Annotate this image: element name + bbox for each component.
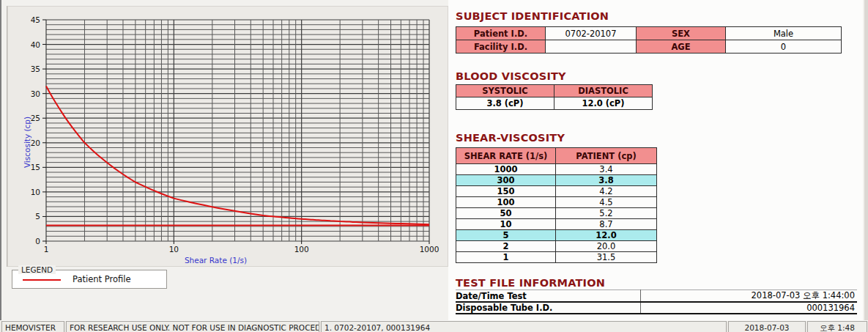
table-row: Facility I.D. AGE 0 — [456, 40, 842, 54]
table-row: 1004.5 — [456, 197, 657, 208]
app-window: 0510152025303540451101001000Viscosity (c… — [0, 0, 868, 332]
report-panel: SUBJECT IDENTIFICATION Patient I.D. 0702… — [448, 0, 863, 320]
legend-box: LEGEND Patient Profile — [12, 270, 167, 289]
svg-text:1000: 1000 — [420, 245, 439, 254]
table-row: 10003.4 — [456, 164, 657, 175]
patient-viscosity-cell: 12.0 — [556, 230, 657, 241]
table-row: 505.2 — [456, 208, 657, 219]
age-value: 0 — [726, 40, 842, 54]
window-right-edge — [864, 0, 868, 320]
status-app-name: HEMOVISTER — [1, 321, 64, 332]
shear-viscosity-table: SHEAR RATE (1/s) PATIENT (cp) 10003.4300… — [456, 147, 657, 263]
table-row: 3.8 (cP) 12.0 (cP) — [456, 97, 653, 110]
section-title-subject-identification: SUBJECT IDENTIFICATION — [456, 10, 609, 22]
patient-viscosity-cell: 8.7 — [556, 219, 657, 230]
date-time-test-label: Date/Time Test — [456, 290, 640, 303]
sex-value: Male — [726, 27, 842, 40]
patient-viscosity-cell: 3.4 — [556, 164, 657, 175]
section-title-blood-viscosity: BLOOD VISCOSITY — [456, 70, 566, 82]
systolic-header: SYSTOLIC — [456, 85, 554, 97]
x-axis-ticks: 1101001000 — [44, 241, 439, 254]
svg-text:15: 15 — [31, 163, 40, 171]
table-row: 220.0 — [456, 241, 657, 252]
table-row: 512.0 — [456, 230, 657, 241]
table-row: 3003.8 — [456, 175, 657, 186]
shear-rate-cell: 2 — [456, 241, 556, 252]
shear-rate-cell: 1 — [456, 252, 556, 263]
svg-text:1: 1 — [44, 245, 49, 254]
facility-id-value — [546, 40, 637, 54]
svg-text:30: 30 — [31, 89, 40, 98]
svg-text:10: 10 — [31, 188, 40, 196]
patient-viscosity-cell: 3.8 — [556, 175, 657, 186]
blood-viscosity-table: SYSTOLIC DIASTOLIC 3.8 (cP) 12.0 (cP) — [456, 84, 653, 110]
legend-title: LEGEND — [18, 265, 56, 274]
patient-id-value: 0702-20107 — [546, 27, 637, 40]
shear-rate-cell: 10 — [456, 219, 556, 230]
table-row: 108.7 — [456, 219, 657, 230]
svg-text:40: 40 — [31, 40, 40, 49]
section-title-shear-viscosity: SHEAR-VISCOSITY — [456, 132, 565, 144]
facility-id-label: Facility I.D. — [456, 40, 546, 54]
status-file-info: 1. 0702-20107, 000131964 — [321, 321, 727, 332]
svg-text:20: 20 — [31, 139, 40, 147]
svg-text:10: 10 — [169, 245, 179, 254]
shear-rate-header: SHEAR RATE (1/s) — [456, 148, 556, 164]
disposable-tube-id-label: Disposable Tube I.D. — [456, 302, 640, 314]
status-bar: HEMOVISTER FOR RESEARCH USE ONLY. NOT FO… — [0, 320, 868, 332]
legend-entry-label: Patient Profile — [73, 274, 130, 284]
status-date: 2018-07-03 — [728, 321, 806, 332]
section-title-test-file-information: TEST FILE INFORMATION — [456, 277, 605, 289]
svg-text:5: 5 — [35, 212, 40, 221]
subject-identification-table: Patient I.D. 0702-20107 SEX Male Facilit… — [456, 26, 842, 54]
disposable-tube-id-value: 000131964 — [640, 302, 857, 314]
status-disclaimer: FOR RESEARCH USE ONLY. NOT FOR USE IN DI… — [66, 321, 319, 332]
shear-rate-cell: 300 — [456, 175, 556, 186]
shear-viscosity-chart: 0510152025303540451101001000Viscosity (c… — [8, 7, 448, 266]
patient-viscosity-cell: 5.2 — [556, 208, 657, 219]
diastolic-header: DIASTOLIC — [554, 85, 653, 97]
date-time-test-value: 2018-07-03 오후 1:44:00 — [640, 290, 857, 303]
table-row: SYSTOLIC DIASTOLIC — [456, 85, 653, 97]
table-row: Disposable Tube I.D. 000131964 — [456, 302, 857, 314]
table-row: 1504.2 — [456, 186, 657, 197]
patient-viscosity-cell: 20.0 — [556, 241, 657, 252]
y-axis-label: Viscosity (cp) — [23, 117, 31, 168]
test-file-information-table: Date/Time Test 2018-07-03 오후 1:44:00 Dis… — [456, 289, 857, 314]
systolic-value: 3.8 (cP) — [456, 97, 554, 110]
patient-id-label: Patient I.D. — [456, 27, 546, 40]
shear-rate-cell: 1000 — [456, 164, 556, 175]
patient-viscosity-cell: 4.2 — [556, 186, 657, 197]
svg-text:0: 0 — [35, 237, 40, 246]
patient-profile-line-swatch — [23, 279, 61, 281]
shear-rate-cell: 50 — [456, 208, 556, 219]
svg-text:100: 100 — [294, 245, 309, 254]
y-axis-ticks: 051015202530354045 — [31, 15, 46, 246]
gridlines — [46, 20, 429, 241]
table-row: Patient I.D. 0702-20107 SEX Male — [456, 27, 842, 40]
window-left-edge — [0, 0, 1, 332]
patient-viscosity-cell: 4.5 — [556, 197, 657, 208]
patient-viscosity-cell: 31.5 — [556, 252, 657, 263]
shear-rate-cell: 5 — [456, 230, 556, 241]
x-axis-label: Shear Rate (1/s) — [185, 256, 247, 265]
svg-text:25: 25 — [31, 114, 40, 122]
shear-rate-cell: 100 — [456, 197, 556, 208]
sex-label: SEX — [637, 27, 726, 40]
svg-text:45: 45 — [31, 15, 40, 24]
age-label: AGE — [637, 40, 726, 54]
table-header-row: SHEAR RATE (1/s) PATIENT (cp) — [456, 148, 657, 164]
table-row: 131.5 — [456, 252, 657, 263]
status-time: 오후 1:48 — [807, 321, 867, 332]
patient-cp-header: PATIENT (cp) — [556, 148, 657, 164]
svg-text:35: 35 — [31, 64, 40, 73]
shear-rate-cell: 150 — [456, 186, 556, 197]
patient-profile-curve — [46, 86, 429, 225]
table-row: Date/Time Test 2018-07-03 오후 1:44:00 — [456, 290, 857, 303]
viscosity-chart-panel: 0510152025303540451101001000Viscosity (c… — [7, 6, 448, 267]
diastolic-value: 12.0 (cP) — [554, 97, 653, 110]
